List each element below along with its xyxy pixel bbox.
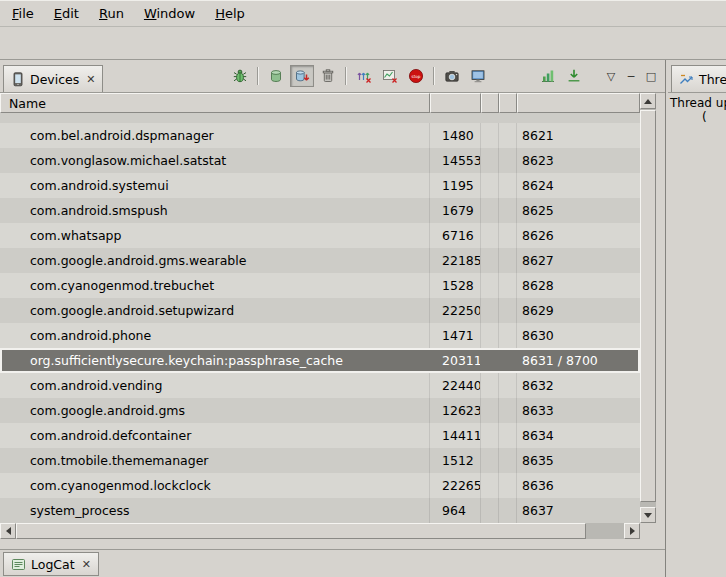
update-threads-button[interactable] bbox=[352, 65, 376, 87]
process-port: 8632 bbox=[517, 373, 640, 398]
menu-file[interactable]: File bbox=[3, 3, 43, 24]
minimize-icon[interactable]: ─ bbox=[622, 68, 640, 85]
process-row[interactable]: com.vonglasow.michael.satstat 14553 8623 bbox=[0, 148, 640, 173]
cell-empty bbox=[499, 373, 517, 398]
menu-edit[interactable]: Edit bbox=[45, 3, 88, 24]
process-row[interactable]: com.google.android.setupwizard 22250 862… bbox=[0, 298, 640, 323]
scroll-right-button[interactable] bbox=[624, 523, 640, 539]
scroll-down-icon bbox=[644, 513, 652, 518]
process-name: com.tmobile.thememanager bbox=[0, 448, 430, 473]
process-row[interactable]: com.google.android.gms 12623 8633 bbox=[0, 398, 640, 423]
process-row[interactable]: com.cyanogenmod.lockclock 22265 8636 bbox=[0, 473, 640, 498]
heap-bars-button[interactable] bbox=[536, 65, 560, 87]
close-icon[interactable]: ✕ bbox=[82, 558, 91, 571]
process-pid: 22185 bbox=[430, 248, 481, 273]
view-menu-icon[interactable]: ▽ bbox=[602, 68, 620, 85]
cell-empty bbox=[481, 473, 499, 498]
column-header-pid[interactable] bbox=[430, 93, 481, 113]
vertical-scrollbar-thumb[interactable] bbox=[640, 110, 656, 502]
system-info-button[interactable] bbox=[466, 65, 490, 87]
scroll-right-icon bbox=[630, 527, 635, 535]
process-row[interactable]: org.sufficientlysecure.keychain:passphra… bbox=[0, 348, 640, 373]
cell-empty bbox=[499, 173, 517, 198]
stop-label: stop bbox=[411, 74, 420, 79]
cause-gc-button[interactable] bbox=[316, 65, 340, 87]
process-port: 8637 bbox=[517, 498, 640, 523]
maximize-icon[interactable]: □ bbox=[642, 68, 660, 85]
process-name: system_process bbox=[0, 498, 430, 523]
cell-empty bbox=[499, 198, 517, 223]
process-pid: 1512 bbox=[430, 448, 481, 473]
tab-devices[interactable]: Devices ✕ bbox=[3, 65, 103, 92]
process-row[interactable]: com.android.smspush 1679 8625 bbox=[0, 198, 640, 223]
cell-empty bbox=[499, 498, 517, 523]
process-row[interactable]: com.android.systemui 1195 8624 bbox=[0, 173, 640, 198]
process-row[interactable]: com.tmobile.thememanager 1512 8635 bbox=[0, 448, 640, 473]
process-name: com.android.vending bbox=[0, 373, 430, 398]
horizontal-scrollbar-thumb[interactable] bbox=[16, 523, 586, 539]
toolbar-spacer bbox=[588, 76, 600, 77]
table-header: Name bbox=[0, 93, 640, 113]
dump-hprof-icon bbox=[294, 68, 310, 84]
update-heap-button[interactable] bbox=[264, 65, 288, 87]
process-table-area: Name com.bel.android.dspmanager 1480 862… bbox=[0, 93, 640, 523]
allocation-tracker-button[interactable] bbox=[562, 65, 586, 87]
menu-window[interactable]: Window bbox=[135, 3, 204, 24]
process-port: 8633 bbox=[517, 398, 640, 423]
dump-hprof-button[interactable] bbox=[290, 65, 314, 87]
scrollbar-corner bbox=[640, 523, 656, 539]
process-pid: 1528 bbox=[430, 273, 481, 298]
process-row[interactable]: com.cyanogenmod.trebuchet 1528 8628 bbox=[0, 273, 640, 298]
tab-devices-label: Devices bbox=[30, 72, 79, 87]
menu-help[interactable]: Help bbox=[206, 3, 254, 24]
stop-process-button[interactable]: stop bbox=[404, 65, 428, 87]
cell-empty bbox=[499, 248, 517, 273]
scrollbar-filler bbox=[656, 523, 665, 539]
column-header-name[interactable]: Name bbox=[0, 93, 430, 113]
process-pid: 14553 bbox=[430, 148, 481, 173]
system-info-icon bbox=[470, 68, 486, 84]
horizontal-scrollbar[interactable] bbox=[0, 523, 640, 539]
process-name: com.cyanogenmod.lockclock bbox=[0, 473, 430, 498]
process-row[interactable]: com.google.android.gms.wearable 22185 86… bbox=[0, 248, 640, 273]
method-profiling-icon bbox=[382, 68, 398, 84]
scroll-left-button[interactable] bbox=[0, 523, 16, 539]
process-port: 8626 bbox=[517, 223, 640, 248]
menu-run[interactable]: Run bbox=[90, 3, 133, 24]
tab-logcat-label: LogCat bbox=[31, 557, 75, 572]
process-pid: 1480 bbox=[430, 123, 481, 148]
process-name: com.android.smspush bbox=[0, 198, 430, 223]
threads-panel: Threads Thread up ( bbox=[666, 60, 726, 577]
tab-threads[interactable]: Threads bbox=[671, 65, 726, 92]
process-port: 8636 bbox=[517, 473, 640, 498]
process-row[interactable]: com.android.phone 1471 8630 bbox=[0, 323, 640, 348]
scroll-down-button[interactable] bbox=[640, 507, 656, 523]
logcat-tab-bar: LogCat ✕ bbox=[0, 549, 665, 577]
cell-empty bbox=[499, 398, 517, 423]
tab-logcat[interactable]: LogCat ✕ bbox=[3, 552, 99, 576]
process-row[interactable]: com.bel.android.dspmanager 1480 8621 bbox=[0, 123, 640, 148]
debug-process-button[interactable] bbox=[228, 65, 252, 87]
column-header-3[interactable] bbox=[481, 93, 499, 113]
process-port: 8625 bbox=[517, 198, 640, 223]
scroll-up-button[interactable] bbox=[640, 93, 656, 109]
screen-capture-icon bbox=[444, 68, 460, 84]
process-name: com.whatsapp bbox=[0, 223, 430, 248]
close-icon[interactable]: ✕ bbox=[86, 73, 95, 86]
threads-message-line2: ( bbox=[668, 110, 726, 124]
process-row[interactable]: com.android.defcontainer 14411 8634 bbox=[0, 423, 640, 448]
column-header-4[interactable] bbox=[499, 93, 517, 113]
process-row[interactable]: com.android.vending 22440 8632 bbox=[0, 373, 640, 398]
process-pid: 964 bbox=[430, 498, 481, 523]
process-row[interactable]: com.whatsapp 6716 8626 bbox=[0, 223, 640, 248]
process-row[interactable]: system_process 964 8637 bbox=[0, 498, 640, 523]
column-header-port[interactable] bbox=[517, 93, 640, 113]
process-name: com.google.android.setupwizard bbox=[0, 298, 430, 323]
scrollbar-track bbox=[586, 523, 624, 539]
process-pid: 6716 bbox=[430, 223, 481, 248]
menu-file-label: File bbox=[12, 6, 34, 21]
vertical-scrollbar[interactable] bbox=[640, 93, 656, 523]
cell-empty bbox=[499, 123, 517, 148]
screen-capture-button[interactable] bbox=[440, 65, 464, 87]
method-profiling-button[interactable] bbox=[378, 65, 402, 87]
